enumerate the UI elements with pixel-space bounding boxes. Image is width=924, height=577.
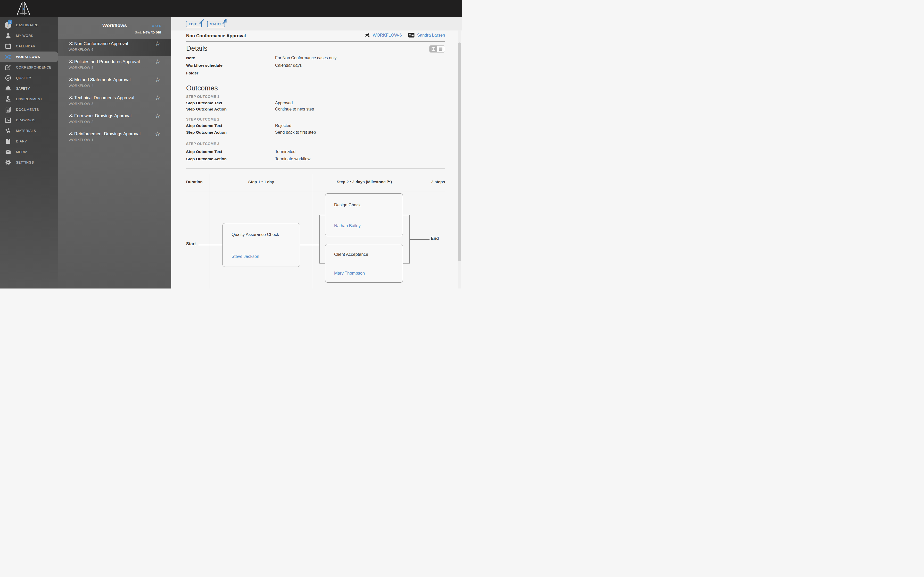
sidebar-item-settings[interactable]: SETTINGS [0,157,58,168]
sort-value: New to old [143,30,161,34]
shuffle-icon [69,114,73,118]
end-label: End [431,236,439,241]
connector-line [300,245,320,245]
workflow-list-item[interactable]: Policies and Procedures Approval ☆ WORKF… [58,57,171,75]
workflow-id-link[interactable]: WORKFLOW-6 [373,33,402,38]
connector-line [409,239,430,240]
step-outcome-heading: STEP OUTCOME 1 [186,95,220,99]
workflow-list-item[interactable]: Method Statements Approval ☆ WORKFLOW-4 [58,75,171,93]
connector-line [320,263,325,264]
sidebar-item-diary[interactable]: DIARY [0,136,58,147]
sidebar-item-safety[interactable]: SAFETY [0,83,58,94]
sidebar-item-calendar[interactable]: CALENDAR [0,41,58,52]
more-menu-icon[interactable] [152,25,162,27]
sidebar-item-quality[interactable]: QUALITY [0,73,58,83]
star-icon[interactable]: ☆ [155,40,160,47]
calendar-icon [0,43,16,50]
shuffle-icon [69,78,73,81]
app-logo-icon[interactable] [16,1,31,16]
sidebar-item-drawings[interactable]: DRAWINGS [0,115,58,126]
outcome-row: Step Outcome TextRejected [186,123,291,128]
info-icon: i 1 [0,22,16,29]
outcome-row: Step Outcome ActionSend back to first st… [186,130,316,135]
connector-line [199,245,223,245]
assignee-link[interactable]: Steve Jackson [231,254,291,259]
duration-header: Duration [186,179,203,184]
star-icon[interactable]: ☆ [155,131,160,137]
star-icon[interactable]: ☆ [155,94,160,101]
assignee-link[interactable]: Mary Thompson [334,271,394,276]
step-outcome-heading: STEP OUTCOME 3 [186,142,220,146]
page-title: Non Conformance Approval [186,33,246,39]
start-button[interactable]: START [207,21,225,27]
view-toggle[interactable] [429,45,445,53]
top-bar: 3D Robina Railway Mike Hannigan ▾ [0,0,462,17]
sidebar-item-documents[interactable]: DOCUMENTS [0,104,58,115]
divider [186,41,445,42]
workflow-list-item[interactable]: Formwork Drawings Approval ☆ WORKFLOW-2 [58,111,171,129]
list-view-icon[interactable] [437,45,445,52]
sort-label: Sort: [135,31,142,34]
column-divider [313,174,313,288]
shuffle-icon [0,54,16,60]
shuffle-icon [69,42,73,45]
workflow-step-node[interactable]: Client Acceptance Mary Thompson [325,244,403,282]
workflow-list-item-selected[interactable]: Non Conformance Approval ☆ WORKFLOW-6 [58,39,171,56]
toolbar: EDIT START [171,17,462,31]
divider [186,168,445,169]
workflow-list-item[interactable]: Technical Documents Approval ☆ WORKFLOW-… [58,93,171,111]
workflow-step-node[interactable]: Quality Assurance Check Steve Jackson [223,223,300,267]
person-icon [0,32,16,39]
milestone-flag-icon: ⚑ [387,179,390,184]
workflows-panel: Workflows Sort:New to old Non Conformanc… [58,17,171,288]
flask-icon [0,96,16,102]
start-label: Start [186,241,196,246]
column-divider [210,174,210,288]
shuffle-icon [365,33,370,37]
workflow-list-item[interactable]: Reinforcement Drawings Approval ☆ WORKFL… [58,129,171,147]
workflow-step-node[interactable]: Design Check Nathan Bailey [325,193,403,236]
outcome-row: Step Outcome ActionTerminate workflow [186,156,310,161]
sidebar-item-dashboard[interactable]: i 1 DASHBOARD [0,20,58,31]
sidebar-item-correspondence[interactable]: CORRESPONDENCE [0,62,58,73]
app-window: 3D Robina Railway Mike Hannigan ▾ [0,0,462,288]
star-icon[interactable]: ☆ [155,112,160,119]
main-content: EDIT START Non Conformance Approval [171,17,462,288]
outcomes-heading: Outcomes [186,84,218,92]
detail-row: NoteFor Non Conformance cases only [186,56,336,60]
sidebar-item-workflows[interactable]: WORKFLOWS [0,52,58,62]
detail-row: Workflow scheduleCalendar days [186,63,302,68]
check-circle-icon [0,75,16,81]
outcome-row: Step Outcome TextApproved [186,101,293,105]
column-view-icon[interactable] [430,45,437,52]
shuffle-icon [69,96,73,100]
launch-arrow-icon [221,18,228,25]
camera-icon [0,148,16,155]
compose-icon [0,64,16,71]
sort-control[interactable]: Sort:New to old [135,30,161,34]
workflow-list: Non Conformance Approval ☆ WORKFLOW-6 Po… [58,39,171,147]
column-divider [416,174,416,288]
sidebar: i 1 DASHBOARD MY WORK [0,17,58,288]
sidebar-item-environment[interactable]: ENVIRONMENT [0,94,58,104]
detail-row: Folder [186,71,275,76]
owner-link[interactable]: Sandra Larsen [417,33,445,38]
edit-button[interactable]: EDIT [186,21,202,27]
sidebar-item-media[interactable]: MEDIA [0,147,58,157]
assignee-link[interactable]: Nathan Bailey [334,223,394,228]
step2-header: Step 2 • 2 days (Milestone⚑) [313,179,416,184]
sidebar-item-my-work[interactable]: MY WORK [0,31,58,41]
sidebar-item-materials[interactable]: MATERIALS [0,126,58,136]
step1-header: Step 1 • 1 day [210,179,313,184]
connector-line [320,215,325,215]
star-icon[interactable]: ☆ [155,76,160,83]
shuffle-icon [69,132,73,135]
documents-icon [0,106,16,113]
gear-icon [0,159,16,166]
star-icon[interactable]: ☆ [155,58,160,65]
scrollbar-thumb[interactable] [458,42,461,261]
outcome-row: Step Outcome TextTerminated [186,150,296,154]
title-meta: WORKFLOW-6 Sandra Larsen [365,33,445,38]
steps-summary: 2 steps [416,179,445,184]
shuffle-icon [69,60,73,63]
